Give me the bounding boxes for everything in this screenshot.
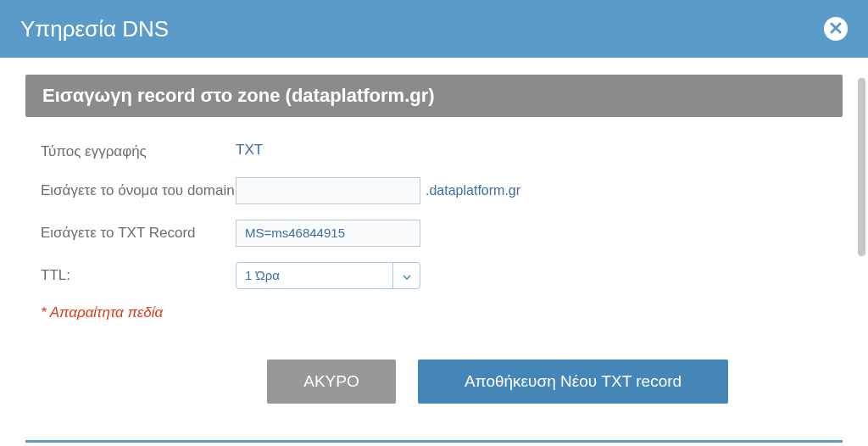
row-txt-record: Εισάγετε το TXT Record xyxy=(41,220,827,247)
domain-suffix: .dataplatform.gr xyxy=(426,183,520,198)
section-heading: Εισαγωγη record στο zone (dataplatform.g… xyxy=(25,75,843,117)
ttl-select[interactable]: 1 Ώρα xyxy=(236,262,420,289)
txt-input-wrap xyxy=(236,220,420,247)
dns-modal: Υπηρεσία DNS Εισαγωγη record στο zone (d… xyxy=(0,0,868,446)
scrollbar-thumb[interactable] xyxy=(858,78,865,256)
label-txt-record: Εισάγετε το TXT Record xyxy=(41,220,236,243)
close-button[interactable] xyxy=(824,17,848,41)
label-ttl: TTL: xyxy=(41,262,236,286)
row-ttl: TTL: 1 Ώρα xyxy=(41,262,827,289)
label-record-type: Τύπος εγγραφής xyxy=(41,138,236,162)
required-fields-note: * Απαραίτητα πεδία xyxy=(41,304,827,321)
modal-body: Εισαγωγη record στο zone (dataplatform.g… xyxy=(0,58,868,446)
domain-input-wrap: .dataplatform.gr xyxy=(236,177,520,204)
modal-header: Υπηρεσία DNS xyxy=(0,0,868,58)
ttl-selected-value: 1 Ώρα xyxy=(236,263,392,288)
domain-name-input[interactable] xyxy=(236,177,420,204)
close-icon xyxy=(830,20,842,38)
button-row: ΑΚΥΡΟ Αποθήκευση Νέου TXT record xyxy=(153,360,843,404)
modal-title: Υπηρεσία DNS xyxy=(20,16,169,42)
label-domain-name: Εισάγετε το όνομα του domain xyxy=(41,177,236,201)
txt-record-input[interactable] xyxy=(236,220,420,247)
bottom-divider xyxy=(25,440,843,443)
ttl-dropdown-toggle[interactable] xyxy=(392,263,420,288)
caret-down-icon xyxy=(403,268,411,283)
save-button[interactable]: Αποθήκευση Νέου TXT record xyxy=(418,360,728,404)
row-domain-name: Εισάγετε το όνομα του domain .dataplatfo… xyxy=(41,177,827,204)
cancel-button[interactable]: ΑΚΥΡΟ xyxy=(267,360,396,404)
row-record-type: Τύπος εγγραφής TXT xyxy=(41,138,827,162)
value-record-type: TXT xyxy=(236,138,263,159)
scrollbar-track[interactable] xyxy=(858,78,865,256)
